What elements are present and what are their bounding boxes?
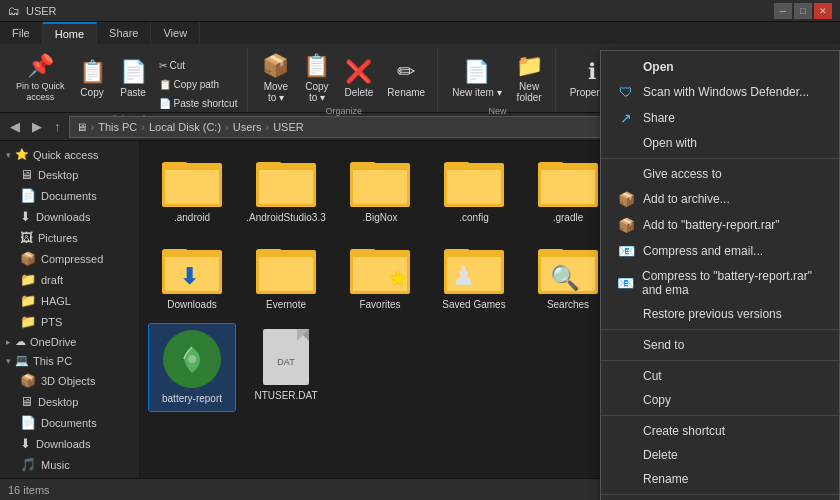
sidebar-item-downloads2[interactable]: ⬇ Downloads xyxy=(0,433,139,454)
ctx-add-rar[interactable]: 📦 Add to "battery-report.rar" xyxy=(601,212,839,238)
breadcrumb-localdisk[interactable]: Local Disk (C:) xyxy=(149,121,221,133)
ntuser-icon: DAT xyxy=(263,329,309,385)
ctx-scan[interactable]: 🛡 Scan with Windows Defender... xyxy=(601,79,839,105)
chevron-thispc: ▾ xyxy=(6,356,11,366)
ctx-open-with[interactable]: Open with xyxy=(601,131,839,155)
folder-icon-androidstudio xyxy=(256,155,316,207)
compress-rar-email-icon: 📧 xyxy=(617,275,634,291)
ctx-copy[interactable]: Copy xyxy=(601,388,839,412)
new-folder-label: Newfolder xyxy=(517,81,542,103)
ctx-compress-email[interactable]: 📧 Compress and email... xyxy=(601,238,839,264)
ctx-delete-label: Delete xyxy=(643,448,678,462)
desktop-label: Desktop xyxy=(38,169,78,181)
file-item-saved-games[interactable]: ♟ Saved Games xyxy=(430,236,518,317)
file-item-evernote[interactable]: Evernote xyxy=(242,236,330,317)
pin-button[interactable]: 📌 Pin to Quickaccess xyxy=(10,52,71,104)
sidebar-item-desktop2[interactable]: 🖥 Desktop xyxy=(0,391,139,412)
maximize-button[interactable]: □ xyxy=(794,3,812,19)
ctx-divider-1 xyxy=(601,158,839,159)
desktop-icon: 🖥 xyxy=(20,167,33,182)
file-item-battery-report[interactable]: battery-report xyxy=(148,323,236,412)
copy-to-icon: 📋 xyxy=(303,53,330,79)
sidebar-item-pts[interactable]: 📁 PTS xyxy=(0,311,139,332)
3dobjects-icon: 📦 xyxy=(20,373,36,388)
tab-view[interactable]: View xyxy=(151,22,200,44)
add-rar-icon: 📦 xyxy=(617,217,635,233)
sidebar-section-thispc[interactable]: ▾ 💻 This PC xyxy=(0,351,139,370)
sidebar-section-quick-access[interactable]: ▾ ⭐ Quick access xyxy=(0,145,139,164)
ctx-give-access[interactable]: Give access to xyxy=(601,162,839,186)
folder-icon-downloads: ⬇ xyxy=(162,242,222,294)
ctx-add-archive[interactable]: 📦 Add to archive... xyxy=(601,186,839,212)
move-label: Moveto ▾ xyxy=(264,81,288,103)
file-item-searches[interactable]: 🔍 Searches xyxy=(524,236,612,317)
breadcrumb-users[interactable]: Users xyxy=(233,121,262,133)
back-button[interactable]: ◀ xyxy=(6,117,24,136)
tab-file[interactable]: File xyxy=(0,22,43,44)
sidebar-item-draft[interactable]: 📁 draft xyxy=(0,269,139,290)
delete-icon: ❌ xyxy=(345,59,372,85)
tab-home[interactable]: Home xyxy=(43,22,97,44)
sidebar-item-hagl[interactable]: 📁 HAGL xyxy=(0,290,139,311)
file-item-androidstudio[interactable]: .AndroidStudio3.3 xyxy=(242,149,330,230)
ctx-rename[interactable]: Rename xyxy=(601,467,839,491)
ctx-restore[interactable]: Restore previous versions xyxy=(601,302,839,326)
file-item-downloads3[interactable]: ⬇ Downloads xyxy=(148,236,236,317)
file-item-bignox[interactable]: .BigNox xyxy=(336,149,424,230)
breadcrumb[interactable]: 🖥 › This PC › Local Disk (C:) › Users › … xyxy=(69,116,681,138)
ctx-compress-rar-email[interactable]: 📧 Compress to "battery-report.rar" and e… xyxy=(601,264,839,302)
file-item-favorites[interactable]: ★ Favorites xyxy=(336,236,424,317)
file-item-config[interactable]: .config xyxy=(430,149,518,230)
ctx-send-to[interactable]: Send to xyxy=(601,333,839,357)
file-item-gradle[interactable]: .gradle xyxy=(524,149,612,230)
ctx-share[interactable]: ↗ Share xyxy=(601,105,839,131)
move-to-button[interactable]: 📦 Moveto ▾ xyxy=(256,52,295,104)
downloads2-icon: ⬇ xyxy=(20,436,31,451)
cut-label: Cut xyxy=(170,60,186,71)
cut-button[interactable]: ✂ Cut xyxy=(155,56,242,74)
folder-icon-gradle xyxy=(538,155,598,207)
rename-button[interactable]: ✏ Rename xyxy=(381,52,431,104)
sidebar-item-downloads[interactable]: ⬇ Downloads xyxy=(0,206,139,227)
copy-to-button[interactable]: 📋 Copyto ▾ xyxy=(297,52,336,104)
sidebar-item-compressed[interactable]: 📦 Compressed xyxy=(0,248,139,269)
new-item-button[interactable]: 📄 New item ▾ xyxy=(446,52,507,104)
sidebar-item-music[interactable]: 🎵 Music xyxy=(0,454,139,475)
forward-button[interactable]: ▶ xyxy=(28,117,46,136)
delete-button[interactable]: ❌ Delete xyxy=(338,52,379,104)
config-label: .config xyxy=(459,211,488,224)
file-item-android[interactable]: .android xyxy=(148,149,236,230)
new-folder-button[interactable]: 📁 Newfolder xyxy=(510,52,549,104)
thispc-label: This PC xyxy=(33,355,72,367)
pin-label: Pin to Quickaccess xyxy=(16,81,65,103)
sidebar-item-documents[interactable]: 📄 Documents xyxy=(0,185,139,206)
ctx-share-label: Share xyxy=(643,111,675,125)
ctx-cut[interactable]: Cut xyxy=(601,364,839,388)
ctx-open[interactable]: Open xyxy=(601,55,839,79)
sidebar-item-pictures[interactable]: 🖼 Pictures xyxy=(0,227,139,248)
sidebar-item-desktop[interactable]: 🖥 Desktop xyxy=(0,164,139,185)
pictures-icon: 🖼 xyxy=(20,230,33,245)
minimize-button[interactable]: ─ xyxy=(774,3,792,19)
sidebar-item-3dobjects[interactable]: 📦 3D Objects xyxy=(0,370,139,391)
sidebar-item-documents2[interactable]: 📄 Documents xyxy=(0,412,139,433)
ctx-delete[interactable]: Delete xyxy=(601,443,839,467)
sidebar-section-onedrive[interactable]: ▸ ☁ OneDrive xyxy=(0,332,139,351)
copy-button[interactable]: 📋 Copy xyxy=(73,52,112,104)
tab-share[interactable]: Share xyxy=(97,22,151,44)
ctx-scan-label: Scan with Windows Defender... xyxy=(643,85,809,99)
up-button[interactable]: ↑ xyxy=(50,117,65,136)
close-button[interactable]: ✕ xyxy=(814,3,832,19)
ribbon-group-clipboard: 📌 Pin to Quickaccess 📋 Copy 📄 Paste ✂ Cu… xyxy=(4,48,248,112)
breadcrumb-user[interactable]: USER xyxy=(273,121,304,133)
copy-path-button[interactable]: 📋 Copy path xyxy=(155,75,242,93)
paste-shortcut-button[interactable]: 📄 Paste shortcut xyxy=(155,94,242,112)
pictures-label: Pictures xyxy=(38,232,78,244)
paste-button[interactable]: 📄 Paste xyxy=(114,52,153,104)
file-item-ntuser[interactable]: DAT NTUSER.DAT xyxy=(242,323,330,412)
gradle-label: .gradle xyxy=(553,211,584,224)
breadcrumb-thispc[interactable]: This PC xyxy=(98,121,137,133)
documents-icon: 📄 xyxy=(20,188,36,203)
ctx-send-to-label: Send to xyxy=(643,338,684,352)
ctx-create-shortcut[interactable]: Create shortcut xyxy=(601,419,839,443)
